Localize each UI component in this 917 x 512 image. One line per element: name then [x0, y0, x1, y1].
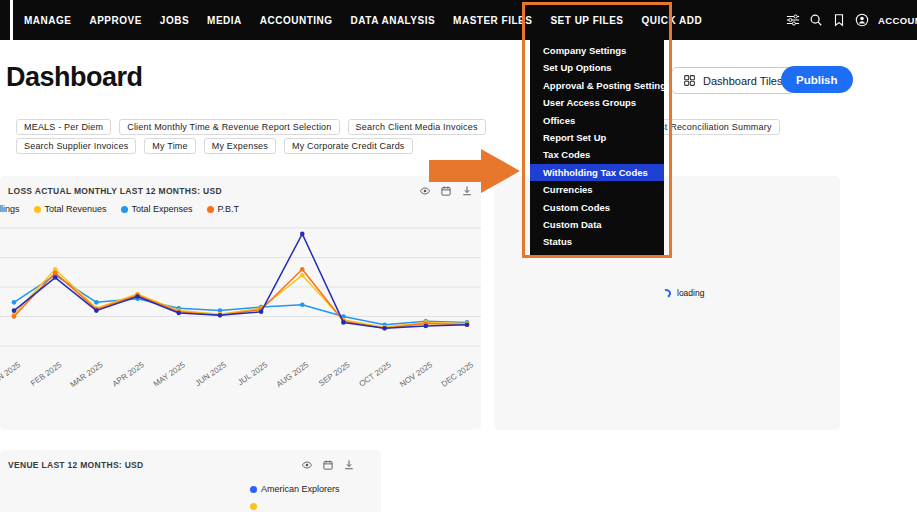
menu-item-withholding-tax-codes[interactable]: Withholding Tax Codes: [530, 164, 664, 181]
legend-item-total-revenues: Total Revenues: [34, 204, 107, 214]
nav-item-set-up-files[interactable]: SET UP FILES: [550, 15, 623, 26]
quick-link-search-client-media-invoices[interactable]: Search Client Media Invoices: [348, 119, 486, 135]
quick-links-row-2: Search Supplier InvoicesMy TimeMy Expens…: [16, 138, 413, 154]
publish-button[interactable]: Publish: [781, 66, 853, 93]
data-point-total-expenses: [300, 302, 305, 307]
quick-link-my-corporate-credit-cards[interactable]: My Corporate Credit Cards: [284, 138, 413, 154]
legend-label: illings: [0, 204, 20, 214]
nav-item-data-analysis[interactable]: DATA ANALYSIS: [351, 15, 435, 26]
tune-icon[interactable]: [786, 13, 800, 27]
x-axis-label: JUN 2025: [194, 360, 229, 388]
menu-item-offices[interactable]: Offices: [530, 112, 664, 129]
setup-files-menu: Company SettingsSet Up OptionsApproval &…: [530, 40, 664, 257]
data-point-p-b-t: [12, 314, 17, 319]
x-axis-label: APR 2025: [111, 360, 146, 389]
x-axis-label: NOV 2025: [398, 360, 434, 389]
x-axis-label: JUL 2025: [236, 360, 269, 387]
quick-link-meals-per-diem[interactable]: MEALS - Per Diem: [16, 119, 111, 135]
data-point-billings: [94, 308, 99, 313]
x-axis-label: AUG 2025: [275, 360, 311, 389]
data-point-total-expenses: [94, 300, 99, 305]
nav-item-accounting[interactable]: ACCOUNTING: [260, 15, 333, 26]
pl-chart-legend: illingsTotal RevenuesTotal ExpensesP.B.T: [0, 204, 481, 214]
menu-item-set-up-options[interactable]: Set Up Options: [530, 59, 664, 76]
series-line-billings: [14, 234, 467, 328]
pointer-arrow-icon: [429, 148, 521, 194]
setup-menu-list: Company SettingsSet Up OptionsApproval &…: [530, 42, 664, 251]
nav-right-actions: ACCOUNT: [786, 0, 917, 40]
quick-link-my-expenses[interactable]: My Expenses: [204, 138, 276, 154]
menu-item-approval-posting-settings[interactable]: Approval & Posting Settings: [530, 77, 664, 94]
menu-item-currencies[interactable]: Currencies: [530, 181, 664, 198]
nav-item-media[interactable]: MEDIA: [207, 15, 242, 26]
legend-item-item: [250, 503, 340, 510]
top-nav: MANAGEAPPROVEJOBSMEDIAACCOUNTINGDATA ANA…: [0, 0, 917, 40]
visibility-icon[interactable]: [301, 459, 313, 471]
loading-spinner-icon: [661, 287, 673, 299]
menu-item-tax-codes[interactable]: Tax Codes: [530, 146, 664, 163]
dashboard-tiles-label: Dashboard Tiles: [703, 75, 783, 87]
menu-item-company-settings[interactable]: Company Settings: [530, 42, 664, 59]
data-point-billings: [341, 320, 346, 325]
legend-dot-icon: [250, 503, 257, 510]
data-point-billings: [259, 309, 264, 314]
legend-dot-icon: [250, 486, 257, 493]
data-point-billings: [218, 313, 223, 318]
legend-item-total-expenses: Total Expenses: [121, 204, 193, 214]
quick-link-my-time[interactable]: My Time: [144, 138, 195, 154]
pl-chart-panel: LOSS ACTUAL MONTHLY LAST 12 MONTHS: USD …: [0, 176, 481, 430]
pl-line-chart: JAN 2025FEB 2025MAR 2025APR 2025MAY 2025…: [0, 218, 481, 396]
grid-icon: [683, 74, 696, 87]
x-axis-label: SEP 2025: [317, 360, 352, 388]
nav-item-approve[interactable]: APPROVE: [89, 15, 141, 26]
data-point-billings: [135, 294, 140, 299]
search-icon[interactable]: [809, 13, 823, 27]
menu-item-user-access-groups[interactable]: User Access Groups: [530, 94, 664, 111]
legend-item-illings: illings: [0, 204, 20, 214]
download-icon[interactable]: [343, 459, 355, 471]
legend-label: Total Revenues: [45, 204, 107, 214]
quick-link-search-supplier-invoices[interactable]: Search Supplier Invoices: [16, 138, 136, 154]
quick-link-client-monthly-time-revenue-report-selection[interactable]: Client Monthly Time & Revenue Report Sel…: [119, 119, 339, 135]
menu-item-custom-data[interactable]: Custom Data: [530, 216, 664, 233]
page-title: Dashboard: [6, 62, 143, 93]
data-point-p-b-t: [300, 267, 305, 272]
x-axis-label: OCT 2025: [358, 360, 394, 389]
data-point-billings: [53, 275, 58, 280]
calendar-icon[interactable]: [322, 459, 334, 471]
bookmark-icon[interactable]: [832, 13, 846, 27]
data-point-total-revenues: [300, 273, 305, 278]
legend-label: P.B.T: [218, 204, 239, 214]
nav-item-quick-add[interactable]: QUICK ADD: [641, 15, 702, 26]
nav-item-manage[interactable]: MANAGE: [24, 15, 71, 26]
menu-item-report-set-up[interactable]: Report Set Up: [530, 129, 664, 146]
legend-label: Total Expenses: [132, 204, 193, 214]
x-axis-label: MAY 2025: [152, 360, 188, 389]
nav-divider: [10, 0, 13, 40]
legend-dot-icon: [121, 206, 128, 213]
menu-item-status[interactable]: Status: [530, 233, 664, 250]
nav-item-jobs[interactable]: JOBS: [160, 15, 189, 26]
data-point-p-b-t: [53, 271, 58, 276]
legend-label: American Explorers: [261, 484, 340, 494]
nav-item-master-files[interactable]: MASTER FILES: [453, 15, 532, 26]
legend-item-p-b-t: P.B.T: [207, 204, 239, 214]
x-axis-label: DEC 2025: [440, 360, 476, 389]
data-point-billings: [300, 232, 305, 237]
dashboard-tiles-button[interactable]: Dashboard Tiles: [671, 67, 795, 94]
legend-item-american-explorers: American Explorers: [250, 484, 340, 494]
quick-links-row-1: MEALS - Per DiemClient Monthly Time & Re…: [16, 119, 486, 135]
account-icon[interactable]: [855, 13, 869, 27]
menu-item-custom-codes[interactable]: Custom Codes: [530, 199, 664, 216]
x-axis-label: MAR 2025: [68, 360, 105, 389]
data-point-billings: [465, 322, 470, 327]
nav-items: MANAGEAPPROVEJOBSMEDIAACCOUNTINGDATA ANA…: [0, 15, 702, 26]
account-menu[interactable]: ACCOUNT: [878, 15, 917, 26]
data-point-total-expenses: [12, 300, 17, 305]
data-point-billings: [176, 311, 181, 316]
legend-dot-icon: [207, 206, 214, 213]
data-point-billings: [12, 308, 17, 313]
loading-label: loading: [677, 288, 704, 298]
x-axis-label: JAN 2025: [0, 360, 23, 388]
x-axis-label: FEB 2025: [29, 360, 64, 388]
